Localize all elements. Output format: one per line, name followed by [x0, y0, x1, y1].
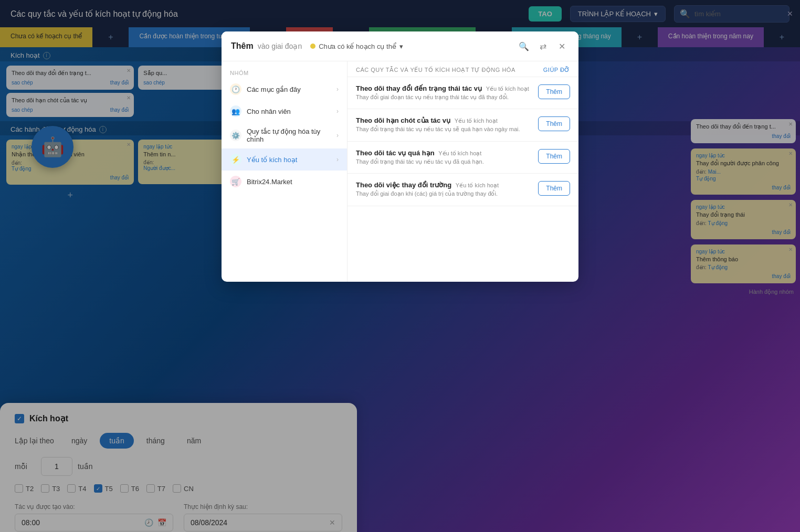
trigger-name-3: Theo dõi việc thay đổi trường Yếu tố kíc…	[356, 181, 533, 189]
trigger-tag-0: Yếu tố kích hoạt	[486, 86, 529, 92]
modal-subtitle: vào giai đoạn	[258, 42, 302, 50]
modal-stage: Chưa có kế hoạch cụ thể ▾	[310, 42, 403, 50]
trigger-tag-3: Yếu tố kích hoạt	[456, 182, 499, 188]
menu-label-4: Bitrix24.Market	[247, 178, 292, 186]
trigger-item-2: Theo dõi tác vụ quá hạn Yếu tố kích hoạt…	[348, 142, 578, 174]
chevron-right-icon: ›	[336, 86, 339, 93]
chevron-down-icon: ▾	[399, 42, 403, 50]
modal-header: Thêm vào giai đoạn Chưa có kế hoạch cụ t…	[222, 31, 578, 61]
chevron-right-icon: ›	[336, 132, 339, 139]
search-button[interactable]: 🔍	[517, 39, 531, 54]
help-link[interactable]: Giúp đỡ	[543, 67, 570, 73]
chevron-right-icon: ›	[336, 108, 339, 115]
right-section-label: CÁC QUY TẮC VÀ YẾU TỐ KÍCH HOẠT TỰ ĐỘNG …	[356, 67, 515, 73]
modal: Thêm vào giai đoạn Chưa có kế hoạch cụ t…	[222, 31, 578, 282]
menu-label-2: Quy tắc tự động hóa tùy chỉnh	[247, 127, 331, 143]
modal-left-panel: NHÓM 🕐 Các mục gần đây › 👥 Cho nhân viên…	[222, 61, 348, 282]
close-button[interactable]: ✕	[554, 39, 569, 54]
trigger-info-1: Theo dõi hạn chót của tác vụ Yếu tố kích…	[356, 116, 533, 133]
modal-right-header: CÁC QUY TẮC VÀ YẾU TỐ KÍCH HOẠT TỰ ĐỘNG …	[348, 61, 578, 77]
menu-label-3: Yếu tố kích hoạt	[247, 156, 297, 164]
stage-label: Chưa có kế hoạch cụ thể	[319, 42, 396, 50]
trigger-info-0: Theo dõi thay đổi đến trạng thái tác vụ …	[356, 84, 533, 101]
trigger-desc-3: Thay đổi giai đoạn khi (các) giá trị của…	[356, 190, 533, 198]
modal-body: NHÓM 🕐 Các mục gần đây › 👥 Cho nhân viên…	[222, 61, 578, 282]
trigger-desc-2: Thay đổi trạng thái tác vụ nếu tác vụ đã…	[356, 158, 533, 166]
menu-icon-3: ⚡	[230, 154, 241, 165]
them-button-3[interactable]: Thêm	[538, 181, 570, 196]
trigger-info-2: Theo dõi tác vụ quá hạn Yếu tố kích hoạt…	[356, 149, 533, 166]
menu-icon-1: 👥	[230, 105, 241, 117]
trigger-desc-1: Thay đổi trạng thái tác vụ nếu tác vụ sẽ…	[356, 125, 533, 133]
trigger-item-0: Theo dõi thay đổi đến trạng thái tác vụ …	[348, 77, 578, 109]
stage-dot	[310, 44, 315, 49]
menu-item-1[interactable]: 👥 Cho nhân viên ›	[222, 100, 347, 122]
menu-item-2[interactable]: ⚙️ Quy tắc tự động hóa tùy chỉnh ›	[222, 122, 347, 148]
trigger-info-3: Theo dõi việc thay đổi trường Yếu tố kíc…	[356, 181, 533, 198]
menu-item-4[interactable]: 🛒 Bitrix24.Market	[222, 171, 347, 193]
trigger-item-3: Theo dõi việc thay đổi trường Yếu tố kíc…	[348, 174, 578, 206]
menu-icon-0: 🕐	[230, 83, 241, 95]
trigger-name-2: Theo dõi tác vụ quá hạn Yếu tố kích hoạt	[356, 149, 533, 157]
trigger-name-1: Theo dõi hạn chót của tác vụ Yếu tố kích…	[356, 116, 533, 124]
menu-item-3[interactable]: ⚡ Yếu tố kích hoạt ›	[222, 148, 347, 171]
modal-overlay: Thêm vào giai đoạn Chưa có kế hoạch cụ t…	[0, 0, 800, 532]
trigger-name-0: Theo dõi thay đổi đến trạng thái tác vụ …	[356, 84, 533, 92]
menu-icon-2: ⚙️	[230, 130, 241, 141]
filter-button[interactable]: ⇄	[535, 39, 550, 54]
trigger-tag-1: Yếu tố kích hoạt	[455, 118, 498, 124]
menu-label-1: Cho nhân viên	[247, 108, 291, 115]
chevron-right-icon: ›	[336, 156, 339, 163]
modal-title: Thêm	[231, 41, 254, 51]
them-button-2[interactable]: Thêm	[538, 149, 570, 164]
modal-right-panel: CÁC QUY TẮC VÀ YẾU TỐ KÍCH HOẠT TỰ ĐỘNG …	[348, 61, 578, 282]
nhom-label: NHÓM	[222, 66, 347, 78]
them-button-0[interactable]: Thêm	[538, 84, 570, 99]
trigger-desc-0: Thay đổi giai đoạn tác vụ nếu trạng thái…	[356, 93, 533, 101]
menu-label-0: Các mục gần đây	[247, 86, 301, 93]
trigger-item-1: Theo dõi hạn chót của tác vụ Yếu tố kích…	[348, 109, 578, 141]
menu-item-0[interactable]: 🕐 Các mục gần đây ›	[222, 78, 347, 100]
them-button-1[interactable]: Thêm	[538, 116, 570, 131]
trigger-tag-2: Yếu tố kích hoạt	[438, 150, 481, 156]
menu-icon-4: 🛒	[230, 176, 241, 187]
